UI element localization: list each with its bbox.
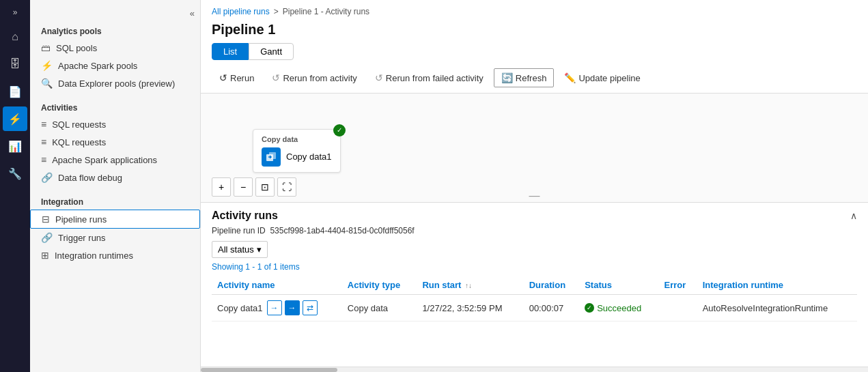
rerun-from-activity-label: Rerun from activity: [283, 73, 356, 83]
sidebar-section-integration: Integration ⊟ Pipeline runs 🔗 Trigger ru…: [30, 192, 200, 264]
pipeline-run-id: Pipeline run ID 535cf998-1ab4-4404-815d-…: [212, 225, 857, 241]
nav-data-icon[interactable]: 🗄: [3, 52, 27, 76]
col-run-start[interactable]: Run start ↑↓: [417, 276, 523, 295]
cell-activity-type: Copy data: [342, 295, 417, 321]
nav-develop-icon[interactable]: 📄: [3, 79, 27, 104]
nav-icons-panel: » ⌂ 🗄 📄 ⚡ 📊 🔧: [0, 0, 30, 372]
col-run-start-label: Run start: [422, 280, 461, 290]
sidebar-item-data-explorer[interactable]: 🔍 Data Explorer pools (preview): [30, 74, 200, 92]
sidebar-item-label: Apache Spark applications: [52, 155, 157, 165]
sidebar-item-integration-runtimes[interactable]: ⊞ Integration runtimes: [30, 246, 200, 264]
sidebar-item-label: Integration runtimes: [55, 251, 133, 261]
refresh-button[interactable]: 🔄 Refresh: [494, 68, 555, 87]
sidebar-section-analytics: Analytics pools 🗃 SQL pools ⚡ Apache Spa…: [30, 21, 200, 92]
zoom-in-btn[interactable]: +: [212, 177, 231, 197]
rerun-from-failed-label: Rerun from failed activity: [386, 73, 484, 83]
horizontal-scrollbar[interactable]: [201, 367, 868, 372]
refresh-icon: 🔄: [501, 72, 513, 83]
sort-icon: ↑↓: [465, 282, 472, 289]
sidebar-item-dataflow-debug[interactable]: 🔗 Data flow debug: [30, 169, 200, 186]
sidebar-item-label: SQL requests: [52, 119, 106, 130]
nav-manage-icon[interactable]: 🔧: [3, 161, 27, 186]
fit-view-btn[interactable]: ⊡: [255, 177, 275, 197]
sidebar-item-sql-requests[interactable]: ≡ SQL requests: [30, 115, 200, 133]
rerun-button[interactable]: ↺ Rerun: [212, 68, 262, 87]
nav-monitor-icon[interactable]: 📊: [3, 134, 27, 158]
sidebar-item-trigger-runs[interactable]: 🔗 Trigger runs: [30, 229, 200, 246]
scrollbar-thumb[interactable]: [201, 368, 337, 372]
activity-node-name-label: Copy data1: [286, 152, 332, 162]
col-error: Error: [659, 276, 697, 295]
sidebar-item-kql-requests[interactable]: ≡ KQL requests: [30, 133, 200, 151]
page-title: Pipeline 1: [201, 19, 868, 43]
kql-requests-icon: ≡: [41, 137, 46, 147]
status-filter-dropdown[interactable]: All status ▾: [212, 241, 268, 258]
sidebar-collapse-btn[interactable]: «: [190, 8, 195, 18]
success-dot: ✓: [585, 303, 594, 313]
row-action-rerun-btn[interactable]: ⇄: [303, 300, 318, 315]
dataflow-debug-icon: 🔗: [41, 172, 53, 183]
rerun-from-failed-button[interactable]: ↺ Rerun from failed activity: [367, 68, 491, 87]
zoom-out-btn[interactable]: −: [234, 177, 253, 197]
view-tabs: List Gantt: [201, 43, 868, 66]
sidebar-section-activities: Activities ≡ SQL requests ≡ KQL requests…: [30, 98, 200, 186]
fullscreen-btn[interactable]: ⛶: [277, 177, 296, 197]
pipeline-toolbar: ↺ Rerun ↺ Rerun from activity ↺ Rerun fr…: [201, 66, 868, 94]
pipeline-run-id-value: 535cf998-1ab4-4404-815d-0c0fdff5056f: [270, 226, 414, 235]
table-header-row: Activity name Activity type Run start ↑↓…: [212, 276, 857, 295]
row-action-output-btn[interactable]: →: [285, 300, 300, 315]
cell-integration-runtime: AutoResolveIntegrationRuntime: [697, 295, 857, 321]
tab-list[interactable]: List: [212, 43, 249, 60]
section-title-activities: Activities: [30, 98, 200, 115]
breadcrumb-separator: >: [274, 7, 279, 16]
nav-integrate-icon[interactable]: ⚡: [3, 106, 27, 131]
showing-count-label: Showing 1 - 1 of 1 items: [212, 262, 857, 272]
all-pipeline-runs-link[interactable]: All pipeline runs: [212, 7, 270, 16]
cell-status: ✓ Succeeded: [579, 295, 658, 321]
col-integration-runtime: Integration runtime: [697, 276, 857, 295]
copy-data-icon: [262, 147, 281, 167]
breadcrumb: All pipeline runs > Pipeline 1 - Activit…: [201, 0, 868, 19]
activity-node-copy-data1[interactable]: Copy data Copy data1 ✓: [253, 129, 341, 173]
status-value: Succeeded: [597, 303, 641, 313]
rerun-from-activity-button[interactable]: ↺ Rerun from activity: [264, 68, 364, 87]
pipeline-runs-icon: ⊟: [42, 214, 50, 225]
sidebar-item-spark-apps[interactable]: ≡ Apache Spark applications: [30, 151, 200, 169]
rerun-from-failed-icon: ↺: [375, 72, 383, 83]
sidebar-item-sql-pools[interactable]: 🗃 SQL pools: [30, 39, 200, 57]
sidebar-panel: « Analytics pools 🗃 SQL pools ⚡ Apache S…: [30, 0, 201, 372]
sql-requests-icon: ≡: [41, 119, 46, 130]
trigger-runs-icon: 🔗: [41, 232, 53, 243]
nav-home-icon[interactable]: ⌂: [3, 25, 27, 49]
col-activity-type: Activity type: [342, 276, 417, 295]
nav-collapse-btn[interactable]: »: [5, 5, 25, 19]
sidebar-item-spark-pools[interactable]: ⚡ Apache Spark pools: [30, 57, 200, 74]
spark-apps-icon: ≡: [41, 154, 46, 165]
cell-duration: 00:00:07: [524, 295, 580, 321]
row-actions: → → ⇄: [267, 300, 318, 315]
canvas-controls: + − ⊡ ⛶: [212, 177, 296, 197]
sidebar-item-label: SQL pools: [56, 43, 97, 53]
section-title-integration: Integration: [30, 192, 200, 210]
update-pipeline-label: Update pipeline: [578, 73, 640, 83]
activity-node-type: Copy data: [262, 135, 332, 143]
pipeline-canvas: Copy data Copy data1 ✓ + − ⊡ ⛶ —: [201, 94, 868, 203]
sidebar-item-pipeline-runs[interactable]: ⊟ Pipeline runs: [30, 210, 200, 229]
sidebar-item-label: Data Explorer pools (preview): [58, 78, 175, 89]
rerun-label: Rerun: [230, 73, 254, 83]
status-filter-label: All status: [218, 244, 254, 255]
activity-runs-title: Activity runs: [212, 210, 278, 222]
refresh-label: Refresh: [516, 73, 547, 83]
cell-error: [659, 295, 697, 321]
update-pipeline-button[interactable]: ✏️ Update pipeline: [557, 68, 647, 87]
tab-gantt[interactable]: Gantt: [249, 43, 294, 60]
spark-pools-icon: ⚡: [41, 60, 53, 71]
sidebar-item-label: Apache Spark pools: [58, 61, 137, 71]
activity-runs-collapse-btn[interactable]: ∧: [850, 210, 857, 221]
rerun-icon: ↺: [219, 72, 227, 83]
canvas-divider: —: [529, 190, 540, 202]
main-content: All pipeline runs > Pipeline 1 - Activit…: [201, 0, 868, 372]
row-action-input-btn[interactable]: →: [267, 300, 282, 315]
sidebar-item-label: Pipeline runs: [55, 214, 107, 225]
sidebar-item-label: Data flow debug: [58, 173, 122, 183]
